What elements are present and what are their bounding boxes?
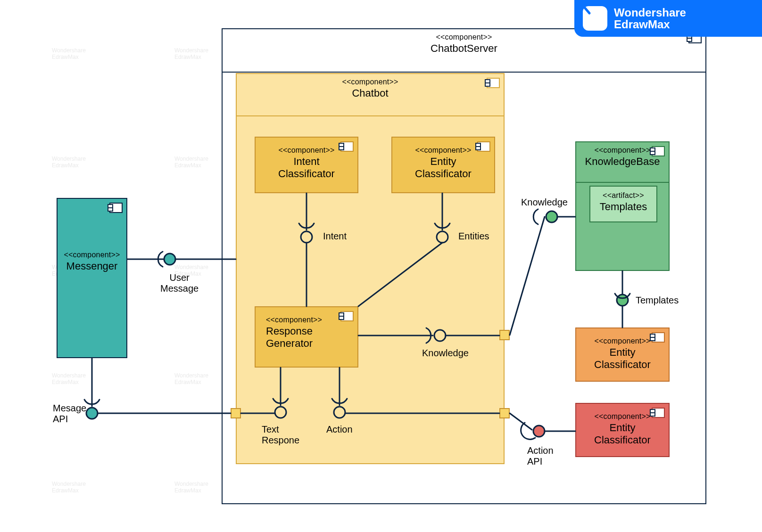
watermark: WondershareEdrawMax bbox=[174, 156, 208, 169]
port-knowledge[interactable] bbox=[499, 330, 510, 340]
component-name: KnowledgeBase bbox=[578, 156, 667, 168]
component-name: Messenger bbox=[58, 260, 126, 272]
stereotype-label: <<artifact>> bbox=[590, 191, 656, 200]
interface-label-user-message: User Message bbox=[160, 272, 199, 294]
watermark: WondershareEdrawMax bbox=[174, 372, 208, 386]
component-name: Entity Classificator bbox=[576, 346, 669, 371]
component-icon bbox=[652, 332, 665, 343]
interface-label-knowledge-top: Knowledge bbox=[521, 197, 568, 208]
component-icon bbox=[109, 203, 123, 213]
component-entity-classificator-orange[interactable]: <<component>> Entity Classificator bbox=[575, 327, 670, 382]
stereotype-label: <<component>> bbox=[239, 78, 502, 86]
watermark: WondershareEdrawMax bbox=[52, 481, 86, 494]
component-icon bbox=[340, 141, 354, 152]
svg-point-5 bbox=[86, 408, 98, 419]
interface-label-text-response: Text Respone bbox=[262, 424, 299, 446]
component-name: Entity Classificator bbox=[576, 422, 669, 446]
component-icon bbox=[487, 78, 500, 88]
watermark: WondershareEdrawMax bbox=[52, 47, 86, 61]
svg-point-2 bbox=[164, 254, 175, 265]
watermark: WondershareEdrawMax bbox=[52, 156, 86, 169]
brand-text: Wondershare EdrawMax bbox=[614, 7, 686, 30]
interface-label-intent: Intent bbox=[323, 231, 347, 242]
component-name: Entity Classificator bbox=[392, 156, 494, 180]
port-action[interactable] bbox=[499, 408, 510, 418]
component-response-generator[interactable]: <<component>> Response Generator bbox=[255, 306, 358, 368]
interface-label-action-api: Action API bbox=[527, 445, 554, 467]
component-entity-classificator-red[interactable]: <<component>> Entity Classificator bbox=[575, 403, 670, 457]
component-name: Response Generator bbox=[266, 325, 357, 350]
artifact-name: Templates bbox=[590, 201, 656, 213]
component-icon bbox=[652, 146, 665, 156]
component-icon bbox=[477, 141, 490, 152]
component-icon bbox=[652, 408, 665, 418]
component-icon bbox=[340, 311, 354, 321]
component-knowledge-base[interactable]: <<component>> KnowledgeBase <<artifact>>… bbox=[575, 141, 670, 271]
artifact-templates[interactable]: <<artifact>> Templates bbox=[589, 186, 657, 222]
interface-label-action: Action bbox=[326, 424, 353, 435]
stereotype-label: <<component>> bbox=[58, 251, 126, 259]
component-intent-classificator[interactable]: <<component>> Intent Classificator bbox=[255, 137, 358, 193]
port-text-response[interactable] bbox=[231, 408, 241, 418]
watermark: WondershareEdrawMax bbox=[174, 481, 208, 494]
component-name: Intent Classificator bbox=[256, 156, 357, 180]
component-messenger[interactable]: <<component>> Messenger bbox=[57, 198, 127, 358]
component-chatbot[interactable]: <<component>> Chatbot bbox=[236, 73, 505, 464]
brand-banner: Wondershare EdrawMax bbox=[574, 0, 762, 37]
watermark: WondershareEdrawMax bbox=[52, 372, 86, 386]
interface-label-knowledge-in: Knowledge bbox=[422, 348, 469, 359]
interface-label-templates: Templates bbox=[636, 295, 679, 306]
component-name: ChatbotServer bbox=[224, 42, 704, 55]
interface-label-message-api: Mesage API bbox=[53, 403, 86, 425]
component-name: Chatbot bbox=[239, 87, 502, 99]
interface-label-entities: Entities bbox=[458, 231, 489, 242]
watermark: WondershareEdrawMax bbox=[174, 47, 208, 61]
component-entity-classificator-inner[interactable]: <<component>> Entity Classificator bbox=[391, 137, 495, 193]
brand-logo-icon bbox=[583, 6, 607, 31]
